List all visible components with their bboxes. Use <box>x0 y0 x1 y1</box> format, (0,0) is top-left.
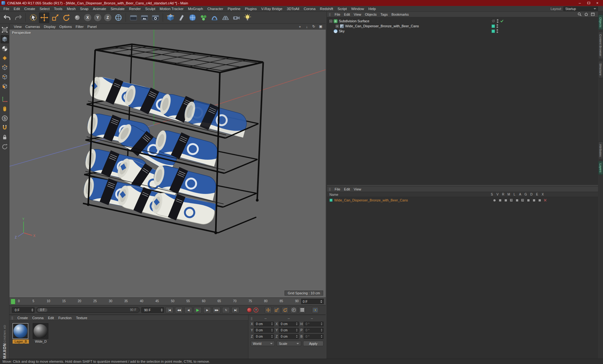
menu-item[interactable]: Window <box>349 7 366 11</box>
timeline-tick[interactable]: 10 <box>47 299 50 303</box>
menu-item[interactable]: Script <box>335 7 349 11</box>
timeline-scrubber[interactable] <box>11 299 15 304</box>
timeline-tick[interactable]: 55 <box>187 299 190 303</box>
menu-item[interactable]: Corona <box>302 7 318 11</box>
y-axis-lock-button[interactable]: Y <box>94 13 102 22</box>
menu-item[interactable]: Plugins <box>243 7 259 11</box>
menu-item[interactable]: V-Ray Bridge <box>259 7 285 11</box>
previous-key-button[interactable]: ◀◀ <box>175 307 183 313</box>
layer-column-header[interactable]: A <box>517 193 523 196</box>
expand-icon[interactable] <box>336 25 339 28</box>
keyframe-selection-button[interactable] <box>312 307 319 313</box>
menu-item[interactable]: File <box>1 7 12 11</box>
timeline-tick[interactable]: 0 <box>18 299 20 303</box>
lock-icon[interactable] <box>1 133 9 141</box>
layer-name[interactable]: Wide_Can_Dispenser_Bronze_with_Beer_Cans <box>334 198 492 202</box>
make-editable-icon[interactable] <box>1 26 9 34</box>
record-pla-toggle[interactable] <box>299 307 306 313</box>
menu-item[interactable]: Character <box>205 7 225 11</box>
menu-item[interactable]: Animate <box>91 7 108 11</box>
timeline-tick[interactable]: 40 <box>140 299 143 303</box>
light-button[interactable] <box>242 13 253 23</box>
size-field[interactable]: 0 cm <box>279 322 299 326</box>
layer-generators-toggle[interactable] <box>525 199 531 201</box>
layout-select[interactable]: Startup <box>563 7 598 11</box>
object-manager-menu-item[interactable]: File <box>333 13 342 16</box>
3d-scene[interactable]: Y X Z <box>9 29 326 297</box>
close-button[interactable]: × <box>593 0 602 6</box>
viewport-menu-item[interactable]: View <box>12 25 24 29</box>
timeline-tick[interactable]: 65 <box>217 299 221 303</box>
menu-item[interactable]: Tools <box>52 7 65 11</box>
timeline-tick[interactable]: 75 <box>248 299 252 303</box>
position-field[interactable]: 0 cm <box>254 334 274 339</box>
play-button[interactable]: ▶ <box>194 307 202 313</box>
rotation-field[interactable]: 0 ° <box>304 322 323 326</box>
minimize-button[interactable]: – <box>575 0 584 6</box>
layer-column-header[interactable]: V <box>495 193 500 196</box>
layer-column-header[interactable]: L <box>512 193 517 196</box>
camera-button[interactable] <box>231 13 242 23</box>
layer-manager-menu-item[interactable]: File <box>333 187 342 191</box>
object-name[interactable]: Sky <box>339 29 345 33</box>
timeline-slider-handle[interactable]: 0 F <box>37 308 48 312</box>
stepper-icon[interactable] <box>31 308 33 312</box>
record-position-toggle[interactable] <box>265 307 272 313</box>
model-mode-icon[interactable] <box>1 35 9 43</box>
modeling-settings-icon[interactable] <box>1 142 9 151</box>
position-field[interactable]: 0 cm <box>254 328 274 333</box>
layer-view-toggle[interactable] <box>497 199 503 201</box>
coordinates-group-dropdown[interactable]: -- <box>300 317 323 320</box>
object-manager-menu-item[interactable]: Bookmarks <box>390 13 411 16</box>
coordinates-group-dropdown[interactable]: -- <box>254 317 277 320</box>
record-rotation-toggle[interactable] <box>282 307 289 313</box>
visibility-dots-icon[interactable] <box>497 19 498 23</box>
scale-tool-button[interactable] <box>50 13 60 23</box>
timeline-tick[interactable]: 70 <box>233 299 236 303</box>
layer-lock-toggle[interactable] <box>514 199 520 201</box>
panel-grip-icon[interactable]: ⣿ <box>251 317 253 320</box>
layer-row[interactable]: Wide_Can_Dispenser_Bronze_with_Beer_Cans <box>327 198 598 203</box>
camera-zoom-icon[interactable]: ↓ <box>304 24 309 29</box>
tab-content-browser[interactable]: Content Browser <box>598 32 603 59</box>
enabled-check-icon[interactable] <box>500 19 504 23</box>
timeline-ruler[interactable]: 051015202530354045505560657075808590 0 F <box>9 297 326 305</box>
snap-icon[interactable]: S <box>1 114 9 122</box>
current-frame-field[interactable]: 0 F <box>12 307 35 313</box>
material-item[interactable]: Wide_D <box>33 323 49 344</box>
panel-grip-icon[interactable]: ⣿ <box>329 188 331 191</box>
object-name[interactable]: Subdivision Surface <box>339 19 369 23</box>
timeline-tick[interactable]: 20 <box>78 299 81 303</box>
object-row[interactable]: Wide_Can_Dispenser_Bronze_with_Beer_Cans <box>327 24 598 29</box>
timeline-tick[interactable]: 85 <box>280 299 283 303</box>
next-frame-button[interactable]: ▶ <box>203 307 211 313</box>
stepper-icon[interactable] <box>320 300 322 303</box>
layer-column-header[interactable]: S <box>489 193 495 196</box>
magnet-icon[interactable] <box>1 124 9 132</box>
menu-item[interactable]: Mesh <box>65 7 78 11</box>
viewport-menu-item[interactable]: Options <box>57 25 74 29</box>
material-menu-item[interactable]: Create <box>15 316 30 320</box>
material-name[interactable]: Lager_B <box>13 340 29 344</box>
stepper-icon[interactable] <box>161 308 163 312</box>
camera-pan-icon[interactable]: + <box>297 24 302 29</box>
layer-column-header[interactable]: E <box>534 193 540 196</box>
live-selection-button[interactable] <box>28 13 38 23</box>
render-view-button[interactable] <box>128 13 139 23</box>
object-name[interactable]: Wide_Can_Dispenser_Bronze_with_Beer_Cans <box>345 24 419 28</box>
timeline-range-slider[interactable]: 0 F 90 F <box>36 307 140 313</box>
panel-grip-icon[interactable]: ⣿ <box>329 13 331 16</box>
layer-managers-toggle[interactable] <box>508 199 514 201</box>
workplane-mode-icon[interactable] <box>1 54 9 62</box>
redo-button[interactable] <box>13 13 23 23</box>
viewport-maximize-icon[interactable]: ▣ <box>318 24 323 29</box>
ruler-frame-field[interactable]: 0 F <box>301 299 324 304</box>
panel-layout-icon[interactable] <box>591 12 595 16</box>
home-icon[interactable] <box>584 12 588 16</box>
timeline-tick[interactable]: 15 <box>62 299 66 303</box>
timeline-tick[interactable]: 35 <box>124 299 128 303</box>
timeline-tick[interactable]: 5 <box>32 299 35 303</box>
menu-item[interactable]: Help <box>366 7 378 11</box>
viewport-menu-item[interactable]: Panel <box>85 25 98 29</box>
material-menu-item[interactable]: Edit <box>46 316 56 320</box>
